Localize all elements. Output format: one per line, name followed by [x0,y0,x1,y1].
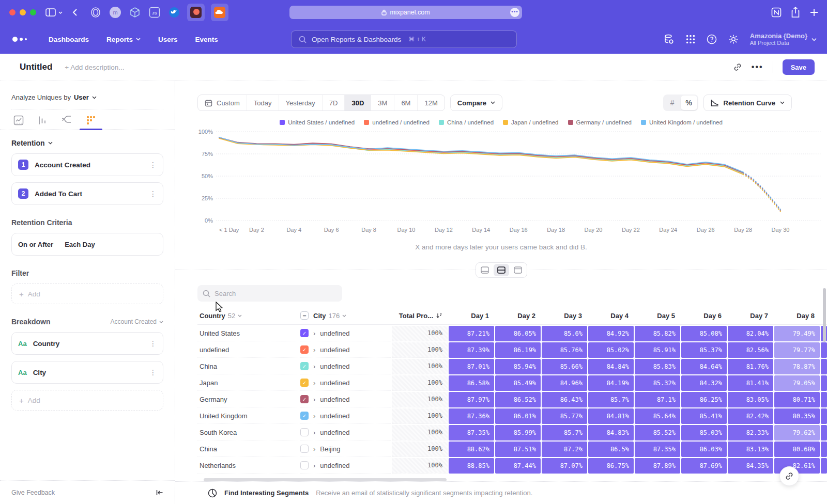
day-cell[interactable]: 87.36% [449,408,494,424]
expand-row-icon[interactable]: › [313,462,315,469]
global-search[interactable]: Open Reports & Dashboards ⌘ + K [291,30,517,48]
apps-grid-icon[interactable] [686,35,695,44]
day-cell[interactable]: 84.35% [728,458,773,474]
data-management-icon[interactable] [663,34,675,45]
retention-criteria-card[interactable]: On or After Each Day [11,233,163,256]
table-row[interactable]: United Kingdom✓›undefined100%87.36%86.01… [197,408,827,424]
back-icon[interactable] [72,8,78,17]
table-row[interactable]: Germany✓›undefined100%87.97%86.52%86.43%… [197,392,827,407]
row-checkbox[interactable] [300,428,309,436]
breakdown-options-icon[interactable]: ⋮ [149,368,157,376]
notion-icon[interactable] [771,7,782,18]
day-cell[interactable]: 83.13% [728,442,773,457]
column-day-7[interactable]: Day 7 [728,307,773,324]
range-6m[interactable]: 6M [394,95,418,111]
day-cell[interactable]: 86.05% [495,326,541,341]
project-switcher[interactable]: Amazonia {Demo} All Project Data [750,32,817,47]
segments-title[interactable]: Find Interesting Segments [224,489,309,497]
day-cell[interactable]: 87.97% [449,392,494,407]
day-cell[interactable]: 84.32% [681,375,727,391]
expand-row-icon[interactable]: › [313,379,315,387]
table-row[interactable]: United States✓›undefined100%87.21%86.05%… [197,326,827,341]
day-cell[interactable]: 85.03% [681,425,727,440]
tab-retention[interactable] [86,115,96,130]
day-cell[interactable]: 85.7% [588,392,634,407]
bird-icon[interactable] [167,6,181,19]
breakdown-on-select[interactable]: Account Created [111,318,163,325]
column-day-8[interactable]: Day 8 [774,307,820,324]
tab-insights[interactable] [13,115,24,130]
day-cell[interactable]: 87.39% [449,342,494,358]
chart-type-select[interactable]: Retention Curve [703,94,792,111]
row-checkbox[interactable]: ✓ [300,412,309,420]
day-cell[interactable]: 86.01% [495,408,541,424]
day-cell[interactable]: 86.58% [449,375,494,391]
more-options-icon[interactable]: ••• [752,62,763,72]
percent-toggle[interactable]: % [681,96,697,110]
day-cell[interactable]: 87.21% [449,326,494,341]
table-row[interactable]: Netherlands›undefined100%88.85%87.44%87.… [197,458,827,474]
add-description[interactable]: + Add description... [65,64,124,71]
ring-icon[interactable] [89,6,102,19]
day-cell[interactable]: 85.82% [635,326,680,341]
add-breakdown-button[interactable]: +Add [11,390,163,411]
row-checkbox[interactable]: ✓ [300,362,309,370]
expand-row-icon[interactable]: › [313,445,315,453]
legend-item[interactable]: United Kingdom / undefined [641,119,723,125]
day-cell[interactable]: 80.68% [774,442,820,457]
day-cell[interactable]: 87.01% [449,359,494,374]
day-cell[interactable]: 86.43% [542,392,587,407]
column-day-4[interactable]: Day 4 [588,307,634,324]
step-options-icon[interactable]: ⋮ [149,190,157,198]
day-cell[interactable]: 86.25% [681,392,727,407]
report-title[interactable]: Untitled [20,62,52,72]
column-day-6[interactable]: Day 6 [681,307,727,324]
day-cell[interactable]: 88.85% [449,458,494,474]
day-cell[interactable]: 87.35% [449,425,494,440]
day-cell[interactable]: 84.19% [588,375,634,391]
breakdown-item-country[interactable]: AaCountry⋮ [11,332,163,355]
day-cell[interactable]: 79.77% [774,342,820,358]
legend-item[interactable]: undefined / undefined [364,119,430,125]
range-30d[interactable]: 30D [345,95,371,111]
expand-row-icon[interactable]: › [313,429,315,436]
day-cell[interactable]: 85.52% [635,425,680,440]
range-custom[interactable]: Custom [198,95,247,111]
collapse-sidebar-icon[interactable] [156,490,163,496]
give-feedback-link[interactable]: Give Feedback [11,489,55,496]
layout-chart-only-button[interactable] [477,264,493,276]
day-cell[interactable]: 84.64% [681,359,727,374]
step-options-icon[interactable]: ⋮ [149,161,157,169]
day-cell[interactable]: 79.05% [774,375,820,391]
day-cell[interactable]: 81.76% [728,359,773,374]
legend-item[interactable]: Germany / undefined [568,119,632,125]
share-link-button[interactable] [779,466,799,486]
expand-row-icon[interactable]: › [313,346,315,354]
day-cell[interactable]: 87.07% [542,458,587,474]
day-cell[interactable]: 88.62% [449,442,494,457]
day-cell[interactable]: 86.19% [495,342,541,358]
settings-gear-icon[interactable] [728,34,739,44]
day-cell[interactable]: 80.71% [774,392,820,407]
legend-item[interactable]: United States / undefined [280,119,355,125]
url-bar[interactable]: mixpanel.com ••• [289,6,522,19]
horizontal-scrollbar[interactable] [204,478,447,482]
day-cell[interactable]: 85.41% [681,408,727,424]
save-button[interactable]: Save [783,59,815,75]
expand-row-icon[interactable]: › [313,329,315,337]
day-cell[interactable]: 82.56% [728,342,773,358]
nav-item-reports[interactable]: Reports [106,36,141,43]
copy-link-icon[interactable] [733,62,742,72]
vertical-scrollbar[interactable] [823,288,826,342]
row-checkbox[interactable] [300,461,309,469]
expand-row-icon[interactable]: › [313,363,315,370]
day-cell[interactable]: 86.52% [495,392,541,407]
minimize-window-button[interactable] [20,9,26,15]
day-cell[interactable]: 85.99% [495,425,541,440]
day-cell[interactable]: 85.08% [681,326,727,341]
row-checkbox[interactable]: ✓ [300,329,309,337]
day-cell[interactable]: 82.04% [728,326,773,341]
day-cell[interactable]: 87.44% [495,458,541,474]
record-icon[interactable] [187,4,205,21]
table-row[interactable]: Japan✓›undefined100%86.58%85.49%84.96%84… [197,375,827,391]
